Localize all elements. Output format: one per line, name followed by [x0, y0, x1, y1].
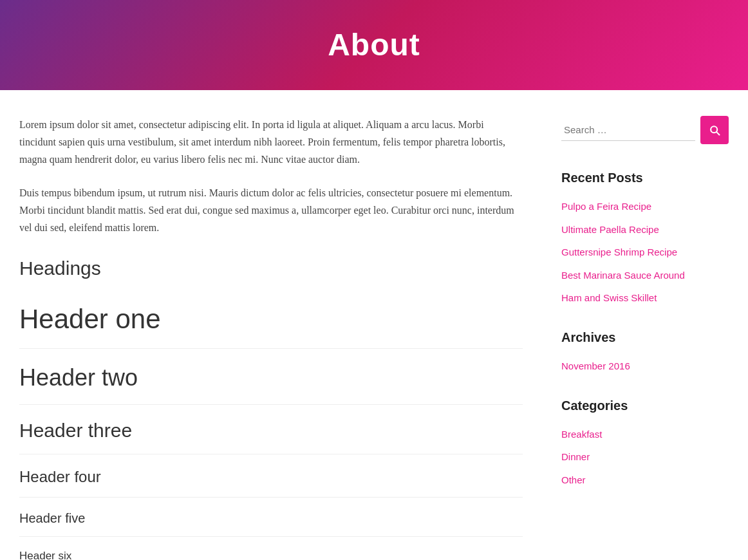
archives-list: November 2016	[561, 358, 729, 375]
sidebar: Recent Posts Pulpo a Feira Recipe Ultima…	[561, 116, 729, 560]
site-content: Lorem ipsum dolor sit amet, consectetur …	[0, 90, 748, 560]
main-content: Lorem ipsum dolor sit amet, consectetur …	[19, 116, 523, 560]
heading-three: Header three	[19, 415, 523, 454]
heading-one: Header one	[19, 297, 523, 349]
archives-section: Archives November 2016	[561, 327, 729, 375]
recent-post-link-3[interactable]: Guttersnipe Shrimp Recipe	[561, 247, 677, 257]
heading-six: Header six	[19, 547, 523, 560]
category-link-2[interactable]: Dinner	[561, 451, 590, 462]
recent-posts-title: Recent Posts	[561, 167, 729, 188]
heading-two: Header two	[19, 359, 523, 405]
recent-posts-list: Pulpo a Feira Recipe Ultimate Paella Rec…	[561, 198, 729, 306]
recent-post-link-1[interactable]: Pulpo a Feira Recipe	[561, 201, 651, 212]
recent-post-link-2[interactable]: Ultimate Paella Recipe	[561, 224, 659, 235]
page-header: About	[0, 0, 748, 90]
search-input[interactable]	[561, 119, 695, 141]
list-item: Breakfast	[561, 426, 729, 443]
list-item: Other	[561, 472, 729, 489]
list-item: Guttersnipe Shrimp Recipe	[561, 244, 729, 261]
search-button[interactable]	[700, 116, 729, 144]
paragraph-1: Lorem ipsum dolor sit amet, consectetur …	[19, 116, 523, 169]
categories-section: Categories Breakfast Dinner Other	[561, 395, 729, 489]
paragraph-2: Duis tempus bibendum ipsum, ut rutrum ni…	[19, 184, 523, 237]
heading-five: Header five	[19, 508, 523, 537]
page-title: About	[328, 21, 420, 70]
archive-link-1[interactable]: November 2016	[561, 360, 630, 371]
list-item: Dinner	[561, 449, 729, 465]
list-item: November 2016	[561, 358, 729, 375]
list-item: Ham and Swiss Skillet	[561, 290, 729, 306]
search-widget	[561, 116, 729, 144]
list-item: Ultimate Paella Recipe	[561, 221, 729, 238]
categories-title: Categories	[561, 395, 729, 416]
archives-title: Archives	[561, 327, 729, 348]
list-item: Pulpo a Feira Recipe	[561, 198, 729, 215]
recent-post-link-5[interactable]: Ham and Swiss Skillet	[561, 292, 657, 303]
heading-four: Header four	[19, 465, 523, 498]
category-link-3[interactable]: Other	[561, 474, 586, 485]
categories-list: Breakfast Dinner Other	[561, 426, 729, 489]
list-item: Best Marinara Sauce Around	[561, 267, 729, 284]
headings-label: Headings	[19, 252, 523, 285]
category-link-1[interactable]: Breakfast	[561, 429, 602, 440]
recent-posts-section: Recent Posts Pulpo a Feira Recipe Ultima…	[561, 167, 729, 306]
recent-post-link-4[interactable]: Best Marinara Sauce Around	[561, 270, 685, 281]
